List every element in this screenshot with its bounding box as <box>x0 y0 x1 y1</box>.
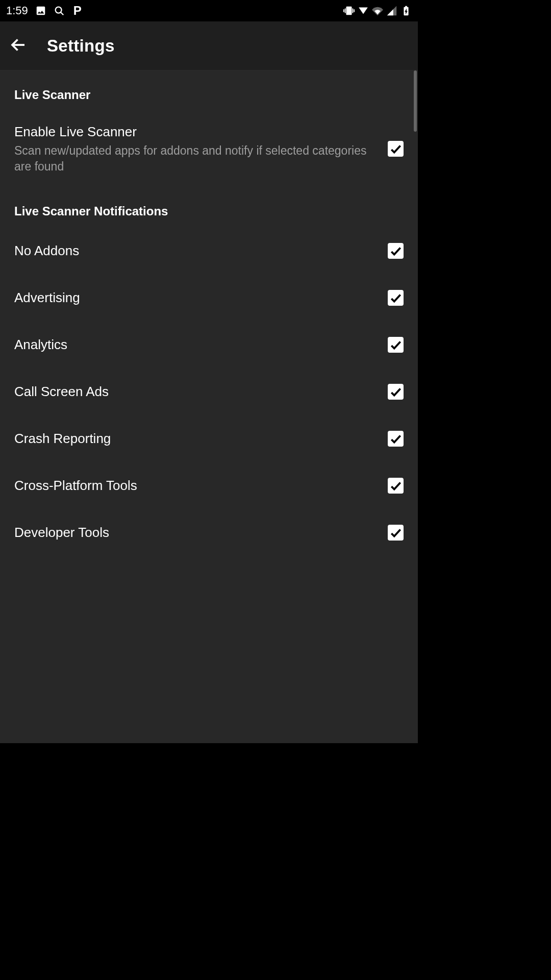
setting-subtitle: Scan new/updated apps for addons and not… <box>14 143 378 175</box>
checkbox-enable-live-scanner[interactable] <box>388 141 404 157</box>
svg-point-0 <box>55 7 61 13</box>
back-icon[interactable] <box>9 36 28 56</box>
photos-icon <box>35 5 46 16</box>
section-notifications: Live Scanner Notifications <box>0 187 418 228</box>
setting-cross-platform-tools[interactable]: Cross-Platform Tools <box>0 462 418 509</box>
setting-title: Analytics <box>14 336 378 354</box>
checkbox-analytics[interactable] <box>388 337 404 353</box>
setting-crash-reporting[interactable]: Crash Reporting <box>0 415 418 462</box>
setting-enable-live-scanner[interactable]: Enable Live Scanner Scan new/updated app… <box>0 111 418 187</box>
section-live-scanner: Live Scanner <box>0 70 418 111</box>
svg-line-1 <box>61 12 63 15</box>
checkbox-developer-tools[interactable] <box>388 525 404 541</box>
setting-advertising[interactable]: Advertising <box>0 275 418 322</box>
scrollbar[interactable] <box>414 70 417 132</box>
setting-no-addons[interactable]: No Addons <box>0 228 418 275</box>
cellular-icon <box>386 5 397 16</box>
setting-title: Call Screen Ads <box>14 383 378 401</box>
setting-analytics[interactable]: Analytics <box>0 322 418 369</box>
app-bar: Settings <box>0 21 418 70</box>
status-bar: 1:59 P <box>0 0 418 21</box>
setting-title: Cross-Platform Tools <box>14 477 378 495</box>
vibrate-icon <box>343 5 355 16</box>
settings-content: Live Scanner Enable Live Scanner Scan ne… <box>0 70 418 743</box>
download-indicator-icon <box>358 5 369 16</box>
setting-title: Developer Tools <box>14 524 378 542</box>
app-p-icon: P <box>72 5 83 16</box>
setting-title: Crash Reporting <box>14 430 378 448</box>
wifi-icon <box>372 5 383 16</box>
status-time: 1:59 <box>6 4 28 17</box>
setting-title: Advertising <box>14 289 378 307</box>
setting-title: No Addons <box>14 242 378 260</box>
setting-title: Enable Live Scanner <box>14 124 378 141</box>
setting-developer-tools[interactable]: Developer Tools <box>0 509 418 556</box>
checkbox-crash-reporting[interactable] <box>388 431 404 447</box>
checkbox-advertising[interactable] <box>388 290 404 306</box>
search-icon <box>54 5 65 16</box>
checkbox-call-screen-ads[interactable] <box>388 384 404 400</box>
setting-call-screen-ads[interactable]: Call Screen Ads <box>0 369 418 415</box>
battery-charging-icon <box>400 5 412 16</box>
checkbox-no-addons[interactable] <box>388 243 404 259</box>
page-title: Settings <box>47 36 115 56</box>
checkbox-cross-platform-tools[interactable] <box>388 478 404 494</box>
